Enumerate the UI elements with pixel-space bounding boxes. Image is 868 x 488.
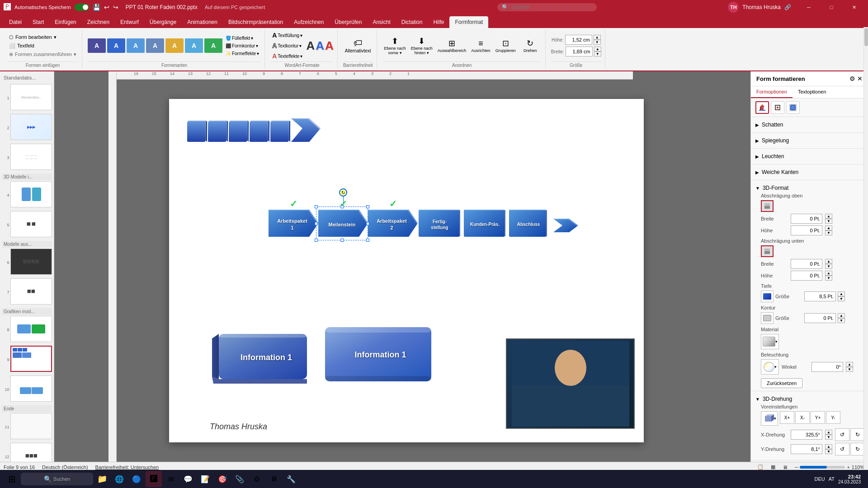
info-box-left[interactable]: Information 1 (210, 325, 309, 384)
taskbar-app5[interactable]: 🔧 (283, 471, 299, 487)
texteffekte-btn[interactable]: A Texteffekte▾ (270, 52, 304, 61)
ao-breite-down[interactable]: ▼ (825, 219, 832, 224)
tab-dictation[interactable]: Dictation (396, 16, 428, 28)
taskbar-app1[interactable]: 🎯 (214, 471, 231, 487)
abschaerung-preset-selected[interactable] (761, 200, 774, 212)
taskbar-chrome[interactable]: 🌐 (111, 471, 127, 487)
taskbar-edge[interactable]: 🔵 (128, 471, 145, 487)
textfeld-btn[interactable]: ⬜ Textfeld (7, 42, 78, 50)
y-drehung-down[interactable]: ▼ (825, 449, 832, 454)
au-breite-spinner[interactable]: ▲ ▼ (825, 259, 832, 269)
ao-breite-spinner[interactable]: ▲ ▼ (825, 214, 832, 224)
ao-hoehe-spinner[interactable]: ▲ ▼ (825, 225, 832, 235)
x-rot-left[interactable]: ↺ (835, 428, 849, 441)
tiefe-color-btn[interactable] (761, 291, 774, 302)
rot-y-neg[interactable]: Y- (826, 411, 840, 424)
view-normal-icon[interactable]: 📋 (757, 464, 764, 470)
voreinstellung-cube[interactable]: ▾ (761, 411, 778, 426)
rot-x-pos[interactable]: X+ (780, 411, 794, 424)
au-breite-down[interactable]: ▼ (825, 264, 832, 269)
accessibility[interactable]: Barrierefreiheit: Untersuchen (95, 465, 159, 470)
ausrichten-btn[interactable]: ≡ Ausrichten (469, 38, 492, 54)
taskbar-region[interactable]: AT (829, 476, 835, 482)
tab-uebergaenge[interactable]: Übergänge (144, 16, 182, 28)
taskbar-app2[interactable]: 📎 (231, 471, 248, 487)
y-rot-left[interactable]: ↺ (835, 443, 849, 455)
form-bearbeiten-btn[interactable]: ⬡ Form bearbeiten ▾ (7, 33, 78, 41)
tab-bildschirm[interactable]: Bildschirmpräsentation (223, 16, 288, 28)
x-drehung-up[interactable]: ▲ (825, 430, 832, 435)
taskbar-app3[interactable]: ⚙ (249, 471, 265, 487)
shape-color-2[interactable]: A (107, 38, 125, 53)
shape-color-6[interactable]: A (185, 38, 203, 53)
rotate-handle[interactable]: ↻ (339, 188, 347, 203)
tab-textoptionen[interactable]: Textoptionen (793, 86, 831, 98)
ao-breite-up[interactable]: ▲ (825, 214, 832, 219)
slide-thumb-8[interactable] (10, 316, 52, 342)
shape-color-1[interactable]: A (88, 38, 106, 53)
au-hoehe-up[interactable]: ▲ (825, 271, 832, 276)
taskbar-teams[interactable]: 💬 (180, 471, 196, 487)
search-input[interactable] (511, 4, 584, 10)
shape-color-5[interactable]: A (165, 38, 184, 53)
zoom-out-btn[interactable]: ─ (795, 465, 798, 470)
breite-up[interactable]: ▲ (594, 47, 601, 52)
drehen-btn[interactable]: ↻ Drehen (519, 38, 542, 54)
tiefe-groesse-input[interactable] (804, 291, 836, 301)
au-hoehe-input[interactable] (791, 271, 822, 281)
shape-color-3[interactable]: A (127, 38, 145, 53)
au-hoehe-spinner[interactable]: ▲ ▼ (825, 271, 832, 281)
tiefe-spinner[interactable]: ▲ ▼ (838, 291, 845, 301)
redo-icon[interactable]: ↪ (113, 4, 118, 11)
tab-animationen[interactable]: Animationen (182, 16, 223, 28)
taskbar-explorer[interactable]: 📁 (94, 471, 110, 487)
view-fullscreen-icon[interactable]: 🖥 (783, 465, 788, 470)
zoom-in-btn[interactable]: + (847, 465, 849, 470)
effekte-btn[interactable]: ✨ Formeffekte▾ (224, 50, 261, 57)
tab-entwurf[interactable]: Entwurf (115, 16, 144, 28)
tab-hilfe[interactable]: Hilfe (428, 16, 449, 28)
kontur-color-btn[interactable] (761, 312, 774, 324)
slide-thumb-2[interactable]: ▶▶▶ (10, 114, 52, 140)
proc-item-5[interactable]: Kunden-Präs. (463, 203, 508, 248)
slide-thumb-6[interactable]: ⬛⬛⬛⬛ (10, 249, 52, 275)
au-preset[interactable] (761, 245, 774, 257)
taskbar-lang[interactable]: DEU (814, 476, 825, 482)
slide-thumb-3[interactable]: — — —— — — (10, 144, 52, 170)
x-drehung-spinner[interactable]: ▲ ▼ (825, 430, 832, 440)
y-drehung-input[interactable] (791, 444, 822, 454)
right-panel-scrollbar[interactable] (863, 71, 868, 462)
hoehe-up[interactable]: ▲ (594, 35, 601, 40)
rot-y-pos[interactable]: Y+ (811, 411, 825, 424)
format-icon-fill[interactable] (755, 101, 769, 114)
leuchten-header[interactable]: ▶ Leuchten (755, 151, 863, 161)
x-drehung-input[interactable] (791, 430, 822, 440)
panel-close-icon[interactable]: ✕ (857, 75, 863, 82)
wordart-A-red[interactable]: A (325, 39, 334, 53)
kontur-spinner[interactable]: ▲ ▼ (838, 313, 845, 323)
ebene-hinten-btn[interactable]: ⬇ Ebene nachhinten ▾ (409, 35, 434, 56)
panel-settings-icon[interactable]: ⚙ (849, 75, 855, 82)
textkontur-btn[interactable]: A Textkontur▾ (270, 41, 303, 50)
au-hoehe-down[interactable]: ▼ (825, 276, 832, 281)
weiche-kanten-header[interactable]: ▶ Weiche Kanten (755, 167, 863, 177)
slide-thumb-9[interactable] (10, 346, 52, 372)
taskbar-powerpoint[interactable]: 🅿 (146, 471, 162, 487)
taskbar-mail[interactable]: ✉ (163, 471, 179, 487)
proc-item-1[interactable]: Arbeitspaket1 ✓ (269, 203, 318, 248)
top-arrow-shape[interactable] (187, 116, 341, 152)
au-breite-input[interactable] (791, 259, 822, 269)
3d-format-header[interactable]: ▼ 3D-Format (755, 183, 863, 193)
x-drehung-down[interactable]: ▼ (825, 435, 832, 440)
tiefe-up[interactable]: ▲ (838, 291, 845, 296)
slide-thumb-11[interactable] (10, 413, 52, 439)
tab-einfuegen[interactable]: Einfügen (49, 16, 81, 28)
undo-icon[interactable]: ↩ (104, 4, 109, 11)
schatten-header[interactable]: ▶ Schatten (755, 120, 863, 130)
breite-input[interactable] (566, 47, 593, 56)
hoehe-down[interactable]: ▼ (594, 40, 601, 45)
tab-ueberpruefen[interactable]: Überprüfen (329, 16, 367, 28)
material-btn[interactable]: ▾ (761, 334, 779, 349)
slide-thumb-12[interactable]: ⬛⬛⬛ (10, 443, 52, 462)
slide-thumb-4[interactable] (10, 181, 52, 207)
